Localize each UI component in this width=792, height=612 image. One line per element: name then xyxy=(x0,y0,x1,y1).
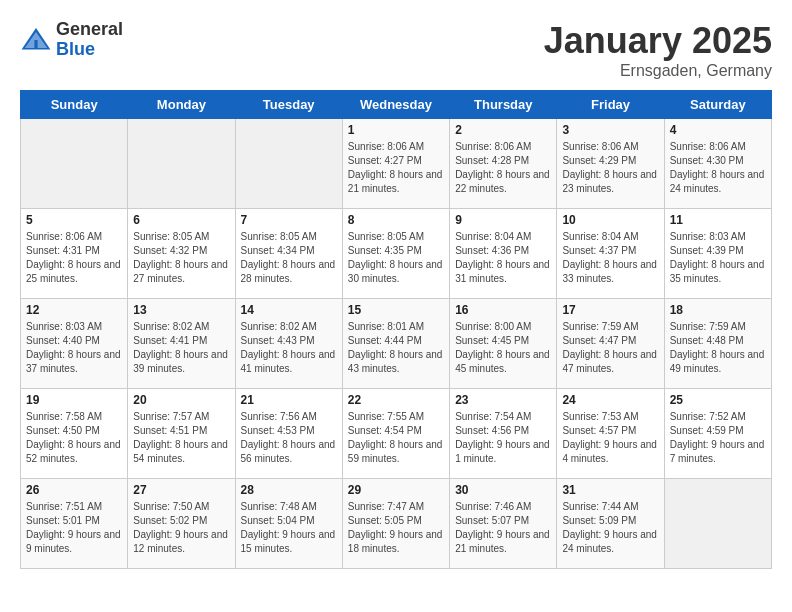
day-number: 6 xyxy=(133,213,229,227)
calendar-cell: 7Sunrise: 8:05 AM Sunset: 4:34 PM Daylig… xyxy=(235,209,342,299)
calendar-body: 1Sunrise: 8:06 AM Sunset: 4:27 PM Daylig… xyxy=(21,119,772,569)
logo-blue: Blue xyxy=(56,40,123,60)
day-info: Sunrise: 7:46 AM Sunset: 5:07 PM Dayligh… xyxy=(455,500,551,556)
calendar-cell: 29Sunrise: 7:47 AM Sunset: 5:05 PM Dayli… xyxy=(342,479,449,569)
day-info: Sunrise: 7:48 AM Sunset: 5:04 PM Dayligh… xyxy=(241,500,337,556)
day-number: 12 xyxy=(26,303,122,317)
day-number: 26 xyxy=(26,483,122,497)
day-number: 20 xyxy=(133,393,229,407)
calendar-cell: 2Sunrise: 8:06 AM Sunset: 4:28 PM Daylig… xyxy=(450,119,557,209)
day-number: 23 xyxy=(455,393,551,407)
day-number: 15 xyxy=(348,303,444,317)
header-sunday: Sunday xyxy=(21,91,128,119)
calendar-cell: 6Sunrise: 8:05 AM Sunset: 4:32 PM Daylig… xyxy=(128,209,235,299)
title-section: January 2025 Ernsgaden, Germany xyxy=(544,20,772,80)
day-number: 5 xyxy=(26,213,122,227)
calendar-cell: 21Sunrise: 7:56 AM Sunset: 4:53 PM Dayli… xyxy=(235,389,342,479)
calendar-cell: 30Sunrise: 7:46 AM Sunset: 5:07 PM Dayli… xyxy=(450,479,557,569)
day-info: Sunrise: 8:03 AM Sunset: 4:40 PM Dayligh… xyxy=(26,320,122,376)
calendar-cell: 24Sunrise: 7:53 AM Sunset: 4:57 PM Dayli… xyxy=(557,389,664,479)
calendar-cell: 10Sunrise: 8:04 AM Sunset: 4:37 PM Dayli… xyxy=(557,209,664,299)
page-header: General Blue January 2025 Ernsgaden, Ger… xyxy=(20,20,772,80)
day-info: Sunrise: 8:06 AM Sunset: 4:30 PM Dayligh… xyxy=(670,140,766,196)
calendar-cell xyxy=(664,479,771,569)
calendar-row-4: 19Sunrise: 7:58 AM Sunset: 4:50 PM Dayli… xyxy=(21,389,772,479)
calendar-table: Sunday Monday Tuesday Wednesday Thursday… xyxy=(20,90,772,569)
day-number: 24 xyxy=(562,393,658,407)
calendar-row-2: 5Sunrise: 8:06 AM Sunset: 4:31 PM Daylig… xyxy=(21,209,772,299)
header-friday: Friday xyxy=(557,91,664,119)
day-info: Sunrise: 7:59 AM Sunset: 4:48 PM Dayligh… xyxy=(670,320,766,376)
day-info: Sunrise: 8:06 AM Sunset: 4:27 PM Dayligh… xyxy=(348,140,444,196)
calendar-cell xyxy=(235,119,342,209)
calendar-cell: 11Sunrise: 8:03 AM Sunset: 4:39 PM Dayli… xyxy=(664,209,771,299)
header-row: Sunday Monday Tuesday Wednesday Thursday… xyxy=(21,91,772,119)
day-number: 10 xyxy=(562,213,658,227)
calendar-title: January 2025 xyxy=(544,20,772,62)
day-number: 13 xyxy=(133,303,229,317)
logo-text: General Blue xyxy=(56,20,123,60)
header-monday: Monday xyxy=(128,91,235,119)
calendar-row-1: 1Sunrise: 8:06 AM Sunset: 4:27 PM Daylig… xyxy=(21,119,772,209)
logo-icon xyxy=(20,24,52,56)
day-number: 30 xyxy=(455,483,551,497)
calendar-cell: 5Sunrise: 8:06 AM Sunset: 4:31 PM Daylig… xyxy=(21,209,128,299)
day-number: 31 xyxy=(562,483,658,497)
calendar-cell: 20Sunrise: 7:57 AM Sunset: 4:51 PM Dayli… xyxy=(128,389,235,479)
calendar-cell: 9Sunrise: 8:04 AM Sunset: 4:36 PM Daylig… xyxy=(450,209,557,299)
calendar-cell: 26Sunrise: 7:51 AM Sunset: 5:01 PM Dayli… xyxy=(21,479,128,569)
day-info: Sunrise: 8:02 AM Sunset: 4:43 PM Dayligh… xyxy=(241,320,337,376)
day-info: Sunrise: 8:05 AM Sunset: 4:34 PM Dayligh… xyxy=(241,230,337,286)
day-number: 7 xyxy=(241,213,337,227)
calendar-cell: 8Sunrise: 8:05 AM Sunset: 4:35 PM Daylig… xyxy=(342,209,449,299)
day-info: Sunrise: 8:04 AM Sunset: 4:36 PM Dayligh… xyxy=(455,230,551,286)
calendar-cell: 27Sunrise: 7:50 AM Sunset: 5:02 PM Dayli… xyxy=(128,479,235,569)
calendar-cell: 17Sunrise: 7:59 AM Sunset: 4:47 PM Dayli… xyxy=(557,299,664,389)
day-info: Sunrise: 7:56 AM Sunset: 4:53 PM Dayligh… xyxy=(241,410,337,466)
day-info: Sunrise: 8:05 AM Sunset: 4:32 PM Dayligh… xyxy=(133,230,229,286)
calendar-cell: 4Sunrise: 8:06 AM Sunset: 4:30 PM Daylig… xyxy=(664,119,771,209)
day-info: Sunrise: 8:06 AM Sunset: 4:29 PM Dayligh… xyxy=(562,140,658,196)
day-number: 22 xyxy=(348,393,444,407)
day-number: 16 xyxy=(455,303,551,317)
day-number: 14 xyxy=(241,303,337,317)
day-info: Sunrise: 7:50 AM Sunset: 5:02 PM Dayligh… xyxy=(133,500,229,556)
calendar-cell: 12Sunrise: 8:03 AM Sunset: 4:40 PM Dayli… xyxy=(21,299,128,389)
day-info: Sunrise: 8:05 AM Sunset: 4:35 PM Dayligh… xyxy=(348,230,444,286)
calendar-cell: 19Sunrise: 7:58 AM Sunset: 4:50 PM Dayli… xyxy=(21,389,128,479)
day-number: 17 xyxy=(562,303,658,317)
calendar-header: Sunday Monday Tuesday Wednesday Thursday… xyxy=(21,91,772,119)
header-thursday: Thursday xyxy=(450,91,557,119)
day-info: Sunrise: 7:51 AM Sunset: 5:01 PM Dayligh… xyxy=(26,500,122,556)
day-info: Sunrise: 8:01 AM Sunset: 4:44 PM Dayligh… xyxy=(348,320,444,376)
calendar-cell: 31Sunrise: 7:44 AM Sunset: 5:09 PM Dayli… xyxy=(557,479,664,569)
day-number: 18 xyxy=(670,303,766,317)
calendar-cell xyxy=(21,119,128,209)
calendar-cell xyxy=(128,119,235,209)
calendar-cell: 22Sunrise: 7:55 AM Sunset: 4:54 PM Dayli… xyxy=(342,389,449,479)
day-number: 11 xyxy=(670,213,766,227)
day-info: Sunrise: 8:03 AM Sunset: 4:39 PM Dayligh… xyxy=(670,230,766,286)
header-tuesday: Tuesday xyxy=(235,91,342,119)
day-info: Sunrise: 7:59 AM Sunset: 4:47 PM Dayligh… xyxy=(562,320,658,376)
day-number: 8 xyxy=(348,213,444,227)
day-info: Sunrise: 7:52 AM Sunset: 4:59 PM Dayligh… xyxy=(670,410,766,466)
calendar-cell: 14Sunrise: 8:02 AM Sunset: 4:43 PM Dayli… xyxy=(235,299,342,389)
calendar-cell: 1Sunrise: 8:06 AM Sunset: 4:27 PM Daylig… xyxy=(342,119,449,209)
day-info: Sunrise: 7:57 AM Sunset: 4:51 PM Dayligh… xyxy=(133,410,229,466)
day-number: 3 xyxy=(562,123,658,137)
logo-general: General xyxy=(56,20,123,40)
day-number: 27 xyxy=(133,483,229,497)
day-info: Sunrise: 7:53 AM Sunset: 4:57 PM Dayligh… xyxy=(562,410,658,466)
day-number: 29 xyxy=(348,483,444,497)
day-info: Sunrise: 8:06 AM Sunset: 4:28 PM Dayligh… xyxy=(455,140,551,196)
calendar-cell: 23Sunrise: 7:54 AM Sunset: 4:56 PM Dayli… xyxy=(450,389,557,479)
calendar-cell: 16Sunrise: 8:00 AM Sunset: 4:45 PM Dayli… xyxy=(450,299,557,389)
day-number: 4 xyxy=(670,123,766,137)
logo: General Blue xyxy=(20,20,123,60)
day-info: Sunrise: 8:04 AM Sunset: 4:37 PM Dayligh… xyxy=(562,230,658,286)
header-saturday: Saturday xyxy=(664,91,771,119)
calendar-cell: 13Sunrise: 8:02 AM Sunset: 4:41 PM Dayli… xyxy=(128,299,235,389)
day-number: 25 xyxy=(670,393,766,407)
day-info: Sunrise: 7:55 AM Sunset: 4:54 PM Dayligh… xyxy=(348,410,444,466)
